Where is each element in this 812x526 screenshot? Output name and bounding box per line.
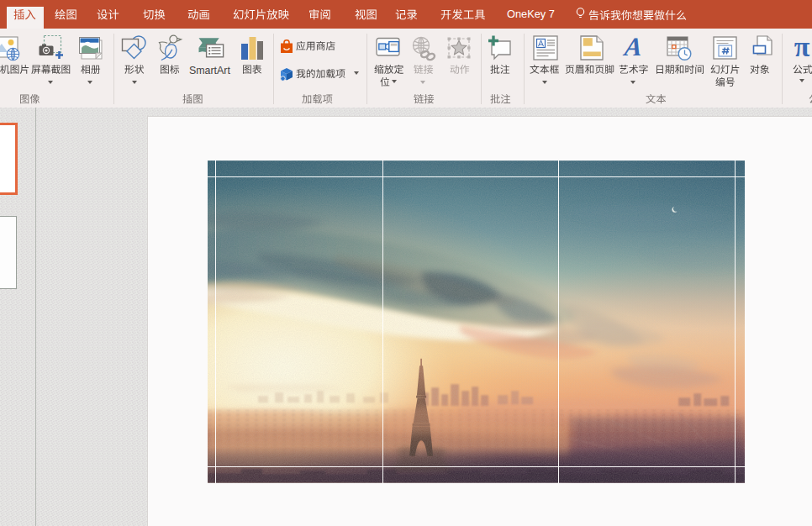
svg-text:π: π xyxy=(794,31,810,62)
svg-text:A: A xyxy=(622,32,644,61)
